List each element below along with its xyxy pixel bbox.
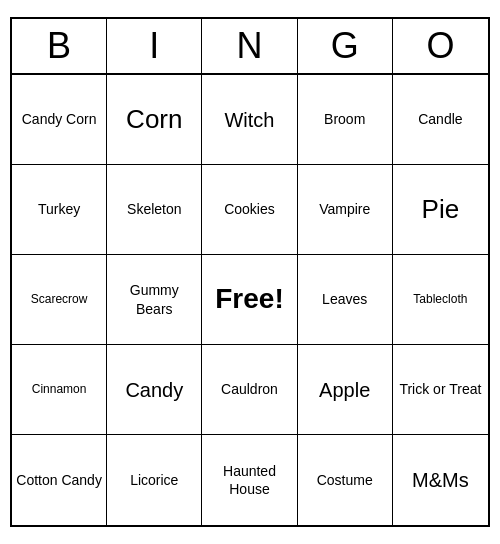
bingo-cell: Apple — [298, 345, 393, 435]
bingo-cell: Corn — [107, 75, 202, 165]
bingo-cell: Costume — [298, 435, 393, 525]
bingo-cell: M&Ms — [393, 435, 488, 525]
bingo-cell: Scarecrow — [12, 255, 107, 345]
bingo-cell: Pie — [393, 165, 488, 255]
header-letter: G — [298, 19, 393, 73]
bingo-cell: Cinnamon — [12, 345, 107, 435]
bingo-cell: Skeleton — [107, 165, 202, 255]
bingo-cell: Cauldron — [202, 345, 297, 435]
bingo-cell: Haunted House — [202, 435, 297, 525]
bingo-cell: Cotton Candy — [12, 435, 107, 525]
bingo-cell: Free! — [202, 255, 297, 345]
header-letter: O — [393, 19, 488, 73]
bingo-cell: Tablecloth — [393, 255, 488, 345]
bingo-cell: Candy Corn — [12, 75, 107, 165]
bingo-card: BINGO Candy CornCornWitchBroomCandleTurk… — [10, 17, 490, 527]
bingo-cell: Broom — [298, 75, 393, 165]
bingo-cell: Turkey — [12, 165, 107, 255]
header-letter: B — [12, 19, 107, 73]
bingo-cell: Candy — [107, 345, 202, 435]
bingo-cell: Licorice — [107, 435, 202, 525]
bingo-cell: Witch — [202, 75, 297, 165]
bingo-grid: Candy CornCornWitchBroomCandleTurkeySkel… — [12, 75, 488, 525]
header-letter: I — [107, 19, 202, 73]
header-letter: N — [202, 19, 297, 73]
bingo-cell: Gummy Bears — [107, 255, 202, 345]
bingo-cell: Leaves — [298, 255, 393, 345]
bingo-cell: Vampire — [298, 165, 393, 255]
bingo-cell: Candle — [393, 75, 488, 165]
bingo-cell: Cookies — [202, 165, 297, 255]
bingo-header: BINGO — [12, 19, 488, 75]
bingo-cell: Trick or Treat — [393, 345, 488, 435]
